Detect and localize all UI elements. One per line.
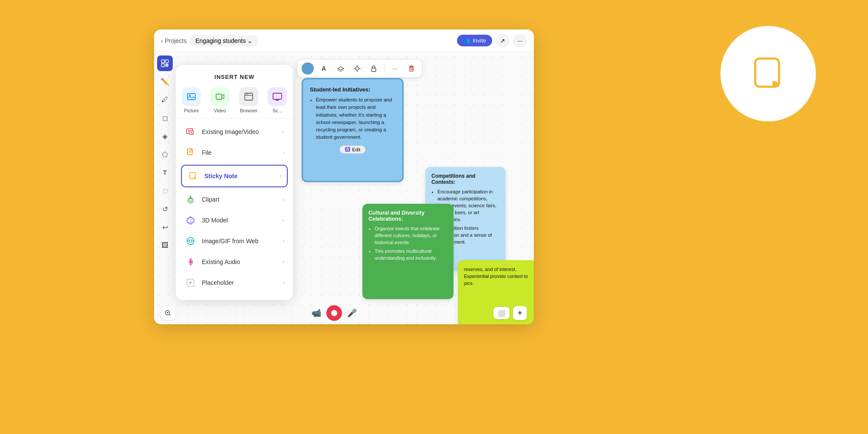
svg-line-51 (169, 314, 171, 316)
browser-label: Browser (240, 108, 257, 113)
sticky-note-item[interactable]: Sticky Note › (181, 165, 288, 187)
clipart-item[interactable]: Clipart › (176, 189, 293, 210)
edit-label: Edit (352, 147, 360, 152)
video-record-button[interactable]: 📹 (312, 308, 321, 318)
top-bar-right: 👥 Invite ↗ ··· (457, 34, 527, 48)
sidebar-tool-pencil[interactable]: ✏️ (157, 74, 173, 89)
svg-rect-14 (273, 93, 282, 99)
color-selector[interactable] (302, 62, 314, 75)
microphone-button[interactable]: 🎤 (347, 308, 357, 318)
animate-button[interactable] (351, 62, 363, 75)
svg-point-13 (247, 94, 248, 95)
sticky-note-bg-icon (749, 54, 788, 93)
layers-button[interactable] (335, 62, 347, 75)
sidebar-tool-shape[interactable]: ⬠ (157, 147, 173, 162)
more-options-sel-button[interactable]: ··· (389, 62, 401, 75)
bg-decorative-circle (720, 26, 816, 121)
insert-panel-title: INSERT NEW (176, 74, 293, 80)
svg-rect-9 (216, 94, 222, 99)
delete-button[interactable] (405, 62, 418, 75)
image-gif-chevron: › (283, 238, 284, 244)
insert-icons-row: Picture Video (176, 87, 293, 113)
sidebar-tool-clock[interactable]: ↺ (157, 201, 173, 217)
edit-badge-pill[interactable]: A Edit (340, 146, 366, 153)
existing-image-video-item[interactable]: Existing Image/Video › (176, 121, 293, 142)
image-gif-icon (184, 235, 197, 247)
record-button[interactable] (326, 305, 342, 321)
project-name-button[interactable]: Engaging students ⌄ (190, 35, 258, 46)
sidebar-tool-pen[interactable]: 🖊 (157, 92, 173, 108)
screen-label: Sc... (273, 108, 282, 113)
placeholder-chevron: › (283, 280, 284, 286)
text-tool-button[interactable]: A (318, 62, 330, 75)
ellipsis-icon: ··· (517, 37, 523, 44)
sticky-note-icon (187, 170, 199, 182)
existing-audio-icon (184, 256, 197, 268)
canvas-area: ✏️ 🖊 ◻ ◈ ⬠ T ⬚ ↺ ↩ 🖼 INSERT NEW (154, 52, 534, 324)
sidebar-tool-undo[interactable]: ↩ (157, 219, 173, 235)
file-icon (184, 147, 197, 159)
sticky-green-title: Cultural and Diversity Celebrations: (368, 210, 447, 222)
svg-point-12 (246, 94, 247, 95)
placeholder-label: Placeholder (202, 279, 277, 286)
image-gif-item[interactable]: Image/GIF from Web › (176, 231, 293, 251)
file-chevron: › (283, 150, 284, 156)
svg-rect-3 (161, 64, 164, 67)
chevron-down-icon: ⌄ (247, 37, 253, 44)
bottom-right-controls: ⬜ + (493, 306, 527, 320)
svg-rect-47 (410, 67, 413, 71)
clipart-icon (184, 193, 197, 206)
file-item[interactable]: File › (176, 142, 293, 163)
existing-audio-chevron: › (283, 259, 284, 265)
sidebar-tool-fill[interactable]: ◈ (157, 128, 173, 144)
sticky-note-label: Sticky Note (204, 173, 275, 179)
invite-label: Invite (473, 37, 486, 44)
sticky-blue-body: Empower students to propose and lead the… (310, 96, 395, 141)
add-frame-button[interactable]: + (513, 306, 527, 320)
3d-model-item[interactable]: 3D Model › (176, 210, 293, 231)
sticky-note-blue[interactable]: Student-led Initiatives: Empower student… (302, 78, 404, 182)
existing-image-icon (184, 126, 197, 138)
selection-toolbar: A (297, 60, 422, 77)
placeholder-icon (184, 277, 197, 289)
sidebar-tool-eraser[interactable]: ◻ (157, 110, 173, 126)
insert-video-button[interactable]: Video (208, 87, 232, 113)
video-label: Video (214, 108, 226, 113)
3d-model-icon (184, 214, 197, 226)
breadcrumb-projects[interactable]: ‹ Projects (161, 37, 187, 44)
existing-audio-item[interactable]: Existing Audio › (176, 251, 293, 272)
image-gif-label: Image/GIF from Web (202, 238, 277, 245)
clipart-label: Clipart (202, 196, 277, 203)
placeholder-item[interactable]: Placeholder › (176, 272, 293, 293)
more-options-button[interactable]: ··· (513, 34, 527, 48)
svg-rect-46 (372, 68, 376, 72)
lock-button[interactable] (368, 62, 380, 75)
svg-point-27 (191, 200, 192, 201)
sidebar-tool-selection[interactable]: ⬚ (157, 183, 173, 199)
insert-screen-button[interactable]: Sc... (266, 87, 289, 113)
sticky-note-chevron: › (280, 173, 282, 179)
svg-point-18 (188, 130, 189, 131)
sticky-note-green[interactable]: Cultural and Diversity Celebrations: Org… (362, 204, 454, 299)
zoom-button[interactable] (161, 306, 175, 320)
project-name-label: Engaging students (195, 37, 246, 44)
invite-button[interactable]: 👥 Invite (457, 35, 492, 46)
clipart-chevron: › (283, 196, 284, 202)
svg-rect-2 (165, 60, 168, 63)
screen-layout-button[interactable]: ⬜ (493, 307, 510, 319)
svg-text:A: A (322, 65, 326, 72)
3d-model-chevron: › (283, 217, 284, 223)
sidebar-tool-text[interactable]: T (157, 165, 173, 180)
svg-point-37 (190, 261, 192, 263)
insert-browser-button[interactable]: Browser (237, 87, 260, 113)
projects-label[interactable]: Projects (165, 37, 187, 44)
invite-icon: 👥 (463, 37, 470, 44)
sidebar-tool-image[interactable]: 🖼 (157, 238, 173, 253)
insert-picture-button[interactable]: Picture (180, 87, 203, 113)
sidebar-tool-add[interactable] (157, 55, 173, 71)
chevron-left-icon: ‹ (161, 37, 163, 44)
3d-model-label: 3D Model (202, 217, 277, 224)
app-window: ‹ Projects Engaging students ⌄ 👥 Invite … (154, 29, 534, 324)
top-bar: ‹ Projects Engaging students ⌄ 👥 Invite … (154, 29, 534, 52)
share-button[interactable]: ↗ (496, 34, 510, 48)
